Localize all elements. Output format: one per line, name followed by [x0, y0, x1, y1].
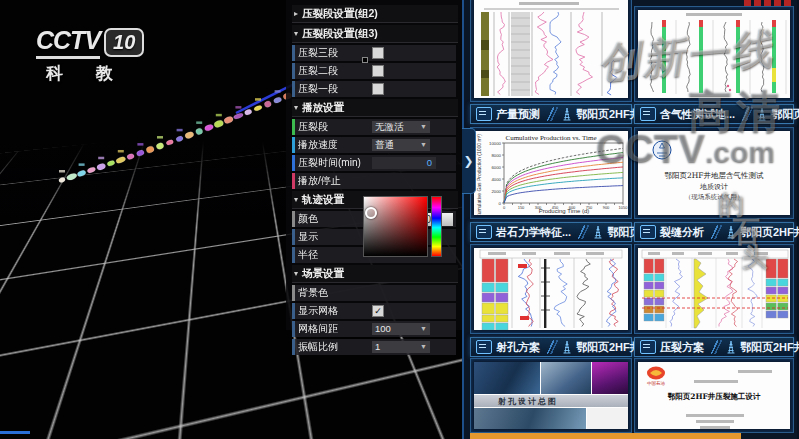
bottom-left-blue-line	[0, 431, 30, 434]
cp-row-4-0[interactable]: 背景色	[292, 285, 456, 301]
section-header-2[interactable]: ▾播放设置	[292, 99, 458, 117]
chevron-down-icon: ▼	[420, 121, 427, 133]
photo-equipment	[474, 408, 586, 429]
derrick-icon	[593, 225, 603, 239]
cp-label: 显示	[298, 230, 372, 244]
cctv-wordmark: CCTV	[36, 26, 100, 59]
svg-text:600: 600	[569, 205, 576, 210]
stage-bars-chart	[638, 10, 790, 98]
derrick-icon	[757, 107, 767, 121]
svg-text:750: 750	[586, 205, 593, 210]
doc-icon	[640, 225, 656, 239]
dropdown[interactable]: 100▼	[372, 323, 430, 335]
doc-icon	[640, 340, 656, 354]
panel-title-frac-plan[interactable]: 压裂方案 鄂阳页2HF井	[634, 337, 794, 357]
dropdown[interactable]: 无激活▼	[372, 121, 430, 133]
panel-title-gas-test[interactable]: 含气性测试地... 鄂阳页2HF井	[634, 104, 794, 124]
cp-row-4-1: 显示网格✓	[292, 303, 456, 319]
well-name: 鄂阳页2HF井	[576, 107, 641, 122]
svg-text:6000: 6000	[491, 165, 501, 170]
panel-title-text: 裂缝分析	[660, 225, 704, 240]
panel-title-production[interactable]: 产量预测 鄂阳页2HF井	[470, 104, 632, 124]
panel-title-text: 含气性测试地...	[660, 107, 735, 122]
lithology-column	[482, 259, 508, 330]
panel-title-rock-mechanics[interactable]: 岩石力学特征... 鄂阳页2HF井	[470, 222, 632, 242]
stage-green-bars	[662, 20, 776, 93]
panel-production-chart[interactable]: Cumulative Production vs. Time Cumulativ…	[470, 127, 632, 219]
svg-text:8000: 8000	[491, 153, 501, 158]
cp-row-2-0: 压裂段无激活▼	[292, 119, 456, 135]
text-input[interactable]: 0	[372, 157, 436, 169]
svg-text:150: 150	[518, 205, 525, 210]
cp-row-4-2: 网格间距100▼	[292, 321, 456, 337]
cp-label: 压裂三段	[298, 46, 372, 60]
bar-divider	[544, 107, 558, 121]
cp-label: 压裂二段	[298, 64, 372, 78]
svg-text:2000: 2000	[491, 189, 501, 194]
cp-row-2-3[interactable]: 播放/停止	[292, 173, 456, 189]
chevron-down-icon: ▼	[420, 323, 427, 335]
photo-workers-1	[474, 362, 540, 394]
chart-ylabel: Cumulative Gas Production (1000 m³)	[476, 134, 482, 215]
panel-title-perforation[interactable]: 射孔方案 鄂阳页2HF井	[470, 337, 632, 357]
doc-icon	[476, 225, 492, 239]
lithology-column-left	[644, 259, 664, 321]
panel-fracture-analysis-log[interactable]	[634, 244, 794, 334]
panel-gas-test-doc[interactable]: 鄂阳页2HF井地层含气性测试 地质设计 （现场系统试气用）	[634, 127, 794, 219]
cp-label: 播放速度	[298, 138, 372, 152]
well-name: 鄂阳页2HF井	[771, 107, 799, 122]
collage-caption-bar: 射孔设计总图	[474, 395, 628, 407]
chart-title: Cumulative Production vs. Time	[505, 134, 596, 142]
doc-org: 中国石油	[647, 380, 666, 386]
panel-expand-button[interactable]: ❯	[462, 128, 476, 194]
picker-cursor[interactable]	[365, 207, 377, 219]
photo-perforation-graphic	[592, 362, 628, 394]
bottom-ticker-strip	[470, 433, 741, 439]
svg-text:300: 300	[535, 205, 542, 210]
dropdown[interactable]: 普通▼	[372, 139, 430, 151]
expanded-arrow-icon: ▾	[294, 103, 298, 112]
bar-divider	[708, 340, 722, 354]
well-name: 鄂阳页2HF井	[576, 340, 641, 355]
svg-text:4000: 4000	[491, 177, 501, 182]
section-header-1[interactable]: ▾压裂段设置(组3)	[292, 25, 458, 43]
section-header-4[interactable]: ▾场景设置	[292, 265, 458, 283]
doc-title-line1: 鄂阳页2HF井地层含气性测试	[664, 171, 764, 180]
fracture-stage-beads	[58, 82, 311, 183]
cp-label: 振幅比例	[298, 340, 372, 354]
cp-row-4-3: 振幅比例1▼	[292, 339, 456, 355]
cp-label: 压裂时间(min)	[298, 156, 372, 170]
cp-label: 颜色	[298, 212, 372, 226]
saturation-square[interactable]	[363, 196, 428, 257]
chevron-down-icon: ▼	[420, 341, 427, 353]
derrick-icon	[562, 340, 572, 354]
checkbox[interactable]	[372, 65, 384, 77]
cp-label: 半径	[298, 248, 372, 262]
panel-perforation-collage[interactable]: 射孔设计总图	[470, 358, 632, 433]
cumulative-production-chart: Cumulative Production vs. Time Cumulativ…	[474, 131, 628, 215]
derrick-icon	[726, 225, 736, 239]
panel-frac-design-doc[interactable]: 中国石油 鄂阳页2HF井压裂施工设计	[634, 358, 794, 433]
composite-log-chart	[474, 0, 628, 98]
svg-text:10000: 10000	[489, 141, 502, 146]
doc-icon	[476, 340, 492, 354]
panel-title-text: 射孔方案	[496, 340, 540, 355]
derrick-icon	[726, 340, 736, 354]
panel-stage-bars[interactable]	[634, 6, 794, 102]
checkbox[interactable]: ✓	[372, 305, 384, 317]
svg-text:0: 0	[499, 201, 502, 206]
panel-rock-mechanics-log[interactable]	[470, 244, 632, 334]
doc-title-line3: （现场系统试气用）	[685, 193, 744, 201]
well-name: 鄂阳页2HF井	[740, 225, 799, 240]
doc-title-line2: 地质设计	[699, 183, 728, 191]
checkbox[interactable]	[372, 47, 384, 59]
checkbox[interactable]	[372, 83, 384, 95]
section-header-0[interactable]: ▸压裂段设置(组2)	[292, 5, 458, 23]
cp-label: 播放/停止	[298, 174, 372, 188]
fracture-analysis-chart	[638, 248, 790, 330]
panel-composite-log[interactable]	[470, 0, 632, 102]
panel-title-fracture-analysis[interactable]: 裂缝分析 鄂阳页2HF井	[634, 222, 794, 242]
dropdown[interactable]: 1▼	[372, 341, 430, 353]
hue-strip[interactable]	[431, 196, 442, 257]
bar-divider	[708, 225, 722, 239]
